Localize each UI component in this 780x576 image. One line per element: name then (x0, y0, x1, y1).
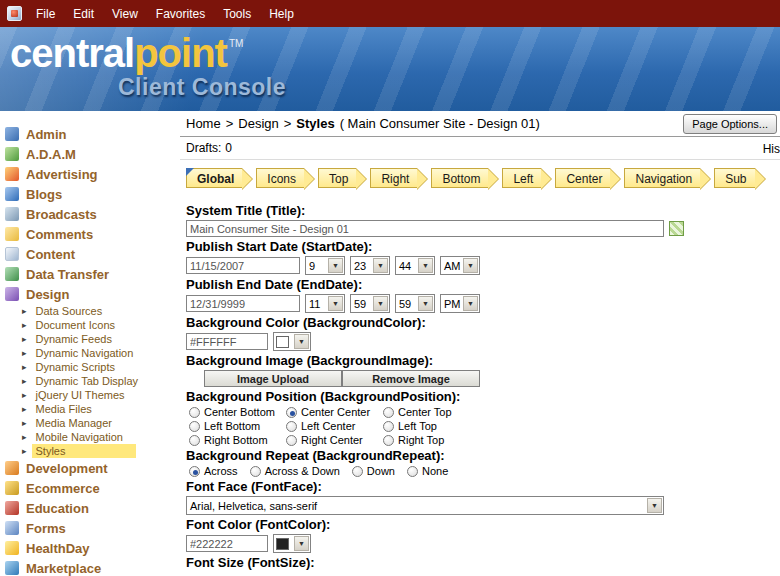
sidebar-item-label: Design (26, 287, 69, 302)
tab-sub[interactable]: Sub (714, 168, 754, 188)
menu-favorites[interactable]: Favorites (147, 4, 214, 24)
sidebar-item-blogs[interactable]: Blogs (0, 184, 180, 204)
tab-label: Icons (267, 172, 296, 186)
system-title-row (186, 220, 774, 237)
subitem-label: Media Files (32, 402, 96, 416)
drafts-label: Drafts: (186, 141, 221, 155)
editor-icon[interactable] (669, 221, 684, 236)
sidebar-item-healthday[interactable]: HealthDay (0, 538, 180, 558)
radio-right-bottom[interactable]: Right Bottom (189, 434, 286, 446)
sidebar-item-marketplace[interactable]: Marketplace (0, 558, 180, 576)
font-color-picker[interactable] (273, 534, 311, 553)
menu-view[interactable]: View (103, 4, 147, 24)
radio-icon (250, 466, 261, 477)
sidebar-item-label: Development (26, 461, 108, 476)
remove-image-button[interactable]: Remove Image (342, 370, 480, 387)
radio-none[interactable]: None (407, 465, 448, 477)
end-date-input[interactable] (186, 295, 300, 312)
system-title-input[interactable] (186, 220, 664, 237)
sidebar-subitem-dynamic-feeds[interactable]: Dynamic Feeds (0, 332, 180, 346)
select-value: 44 (396, 260, 414, 272)
tab-navigation[interactable]: Navigation (624, 168, 700, 188)
forms-icon (5, 521, 19, 535)
sidebar-item-education[interactable]: Education (0, 498, 180, 518)
menu-file[interactable]: File (27, 4, 64, 24)
tab-icons[interactable]: Icons (256, 168, 304, 188)
sidebar-item-comments[interactable]: Comments (0, 224, 180, 244)
tab-top[interactable]: Top (318, 168, 356, 188)
radio-selected-icon (189, 466, 200, 477)
adam-icon (5, 147, 19, 161)
radio-icon (286, 421, 297, 432)
radio-across[interactable]: Across (189, 465, 238, 477)
sidebar-subitem-dynamic-tab-display[interactable]: Dynamic Tab Display (0, 374, 180, 388)
end-second-select[interactable]: 59 (395, 294, 435, 313)
radio-label: Across (204, 465, 238, 477)
background-color-input[interactable] (186, 333, 268, 350)
sidebar-subitem-styles[interactable]: Styles (0, 444, 180, 458)
radio-center-top[interactable]: Center Top (383, 406, 480, 418)
history-link[interactable]: His (763, 142, 780, 156)
background-color-picker[interactable] (273, 332, 311, 351)
tab-global[interactable]: Global (186, 168, 242, 188)
tab-center[interactable]: Center (555, 168, 610, 188)
sidebar-subitem-mobile-navigation[interactable]: Mobile Navigation (0, 430, 180, 444)
font-face-row: Arial, Helvetica, sans-serif (186, 496, 774, 515)
start-hour-select[interactable]: 9 (305, 256, 345, 275)
tab-left[interactable]: Left (502, 168, 541, 188)
breadcrumb-home[interactable]: Home (186, 116, 221, 131)
sidebar-subitem-media-manager[interactable]: Media Manager (0, 416, 180, 430)
end-meridiem-select[interactable]: PM (440, 294, 480, 313)
radio-left-top[interactable]: Left Top (383, 420, 480, 432)
comments-icon (5, 227, 19, 241)
sidebar-subitem-dynamic-scripts[interactable]: Dynamic Scripts (0, 360, 180, 374)
menu-help[interactable]: Help (260, 4, 303, 24)
sidebar-subitem-media-files[interactable]: Media Files (0, 402, 180, 416)
sidebar-item-broadcasts[interactable]: Broadcasts (0, 204, 180, 224)
subitem-label: Document Icons (32, 318, 119, 332)
radio-center-bottom[interactable]: Center Bottom (189, 406, 286, 418)
sidebar-subitem-dynamic-navigation[interactable]: Dynamic Navigation (0, 346, 180, 360)
sidebar-subitem-document-icons[interactable]: Document Icons (0, 318, 180, 332)
image-upload-button[interactable]: Image Upload (204, 370, 342, 387)
sidebar-item-content[interactable]: Content (0, 244, 180, 264)
tab-label: Global (197, 172, 234, 186)
radio-right-top[interactable]: Right Top (383, 434, 480, 446)
menu-edit[interactable]: Edit (64, 4, 103, 24)
sidebar-item-adam[interactable]: A.D.A.M (0, 144, 180, 164)
sidebar-subitem-data-sources[interactable]: Data Sources (0, 304, 180, 318)
radio-across-down[interactable]: Across & Down (250, 465, 340, 477)
sidebar-item-admin[interactable]: Admin (0, 124, 180, 144)
start-minute-select[interactable]: 23 (350, 256, 390, 275)
sidebar-item-development[interactable]: Development (0, 458, 180, 478)
radio-left-bottom[interactable]: Left Bottom (189, 420, 286, 432)
font-color-input[interactable] (186, 535, 268, 552)
background-repeat-label: Background Repeat (BackgroundRepeat): (186, 448, 774, 463)
publish-start-label: Publish Start Date (StartDate): (186, 239, 774, 254)
breadcrumb-design[interactable]: Design (238, 116, 278, 131)
tab-right[interactable]: Right (370, 168, 417, 188)
radio-label: Right Center (301, 434, 363, 446)
tab-bottom[interactable]: Bottom (431, 168, 488, 188)
sidebar-item-forms[interactable]: Forms (0, 518, 180, 538)
sidebar-item-design[interactable]: Design (0, 284, 180, 304)
font-face-select[interactable]: Arial, Helvetica, sans-serif (186, 496, 664, 515)
start-meridiem-select[interactable]: AM (440, 256, 480, 275)
radio-left-center[interactable]: Left Center (286, 420, 383, 432)
sidebar-item-advertising[interactable]: Advertising (0, 164, 180, 184)
sidebar-item-data-transfer[interactable]: Data Transfer (0, 264, 180, 284)
sidebar-item-ecommerce[interactable]: Ecommerce (0, 478, 180, 498)
radio-down[interactable]: Down (352, 465, 395, 477)
start-date-input[interactable] (186, 257, 300, 274)
system-title-label: System Title (Title): (186, 203, 774, 218)
radio-center-center[interactable]: Center Center (286, 406, 383, 418)
style-settings-form: System Title (Title): Publish Start Date… (180, 199, 780, 570)
page-options-button[interactable]: Page Options... (683, 114, 777, 134)
sidebar-subitem-jquery-ui-themes[interactable]: jQuery UI Themes (0, 388, 180, 402)
start-second-select[interactable]: 44 (395, 256, 435, 275)
end-hour-select[interactable]: 11 (305, 294, 345, 313)
radio-right-center[interactable]: Right Center (286, 434, 383, 446)
select-value: PM (441, 298, 463, 310)
end-minute-select[interactable]: 59 (350, 294, 390, 313)
menu-tools[interactable]: Tools (214, 4, 260, 24)
